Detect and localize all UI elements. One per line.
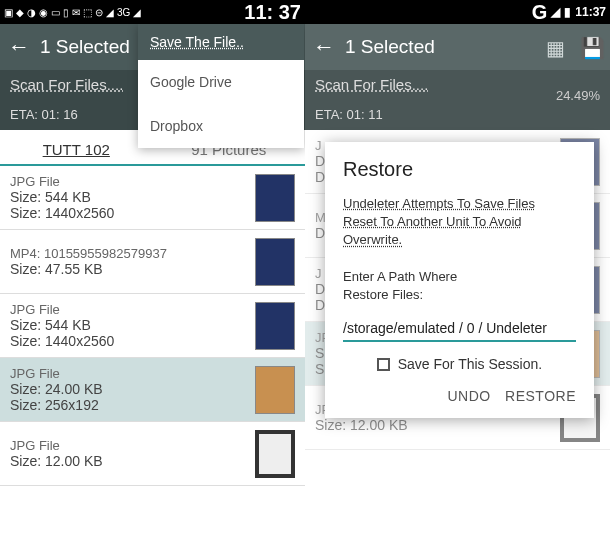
notif-icon: ▯ xyxy=(63,7,69,18)
thumbnail xyxy=(255,238,295,286)
save-session-checkbox[interactable]: Save For This Session. xyxy=(343,356,576,372)
scan-eta: ETA: 01: 11 xyxy=(315,107,600,122)
grid-icon[interactable]: ▦ xyxy=(546,36,568,58)
notif-icon: ▭ xyxy=(51,7,60,18)
scan-info: Scan For Files.... 24.49% ETA: 01: 11 xyxy=(305,70,610,130)
restore-button[interactable]: RESTORE xyxy=(505,388,576,404)
tab-all[interactable]: TUTT 102 xyxy=(0,141,153,164)
dialog-title: Restore xyxy=(343,158,576,181)
left-pane: ▣ ◆ ◑ ◉ ▭ ▯ ✉ ⬚ ⊝ ◢ 3G ◢ 11: 37 ← 1 Sele… xyxy=(0,0,305,542)
back-arrow-icon[interactable]: ← xyxy=(313,34,335,60)
signal-icon: ◢ xyxy=(551,5,560,19)
back-arrow-icon[interactable]: ← xyxy=(8,34,30,60)
file-list[interactable]: JPG File Size: 544 KB Size: 1440x2560 MP… xyxy=(0,166,305,486)
notif-icon: ⬚ xyxy=(83,7,92,18)
thumbnail xyxy=(255,174,295,222)
undo-button[interactable]: UNDO xyxy=(447,388,490,404)
menu-save-file[interactable]: Save The File.. xyxy=(138,24,304,60)
save-icon[interactable]: 💾 xyxy=(580,36,602,58)
list-item[interactable]: JPG File Size: 544 KB Size: 1440x2560 xyxy=(0,294,305,358)
clock-small: 11:37 xyxy=(575,5,606,19)
restore-dialog: Restore Undeleter Attempts To Save Files… xyxy=(325,142,594,418)
battery-icon: ▮ xyxy=(564,5,571,19)
status-bar: ▣ ◆ ◑ ◉ ▭ ▯ ✉ ⬚ ⊝ ◢ 3G ◢ 11: 37 xyxy=(0,0,305,24)
restore-path-input[interactable]: /storage/emulated / 0 / Undeleter xyxy=(343,316,576,342)
save-menu: Save The File.. Google Drive Dropbox xyxy=(138,24,304,148)
scan-percent: 24.49% xyxy=(556,88,600,103)
thumbnail xyxy=(255,430,295,478)
network-label: G xyxy=(532,1,548,24)
thumbnail xyxy=(255,366,295,414)
right-pane: G ◢ ▮ 11:37 ← 1 Selected ▦ 💾 Scan For Fi… xyxy=(305,0,610,542)
menu-dropbox[interactable]: Dropbox xyxy=(138,104,304,148)
clock-big: 11: 37 xyxy=(244,1,301,24)
notif-icon: ✉ xyxy=(72,7,80,18)
notif-icon: ▣ xyxy=(4,7,13,18)
notif-icon: ◑ xyxy=(27,7,36,18)
notif-icon: ⊝ xyxy=(95,7,103,18)
notif-icon: ◆ xyxy=(16,7,24,18)
list-item-selected[interactable]: JPG File Size: 24.00 KB Size: 256x192 xyxy=(0,358,305,422)
wifi-icon: ◢ xyxy=(106,7,114,18)
list-item[interactable]: JPG File Size: 544 KB Size: 1440x2560 xyxy=(0,166,305,230)
checkbox-icon[interactable] xyxy=(377,358,390,371)
status-bar: G ◢ ▮ 11:37 xyxy=(305,0,610,24)
list-item[interactable]: MP4: 10155955982579937 Size: 47.55 KB xyxy=(0,230,305,294)
notif-icon: ◉ xyxy=(39,7,48,18)
header-title: 1 Selected xyxy=(345,36,546,58)
app-header: ← 1 Selected ▦ 💾 xyxy=(305,24,610,70)
thumbnail xyxy=(255,302,295,350)
dialog-message: Undeleter Attempts To Save Files Reset T… xyxy=(343,195,576,304)
network-label: 3G xyxy=(117,7,130,18)
signal-icon: ◢ xyxy=(133,7,141,18)
list-item[interactable]: JPG File Size: 12.00 KB xyxy=(0,422,305,486)
menu-google-drive[interactable]: Google Drive xyxy=(138,60,304,104)
